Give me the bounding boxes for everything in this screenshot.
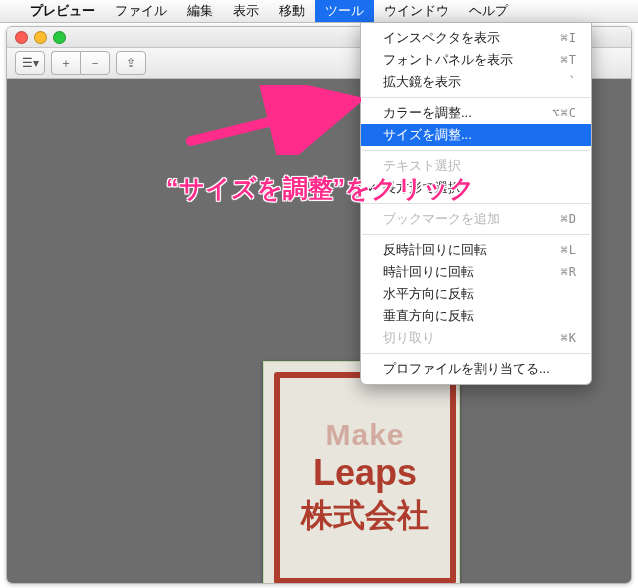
zoom-button[interactable] <box>53 31 66 44</box>
stamp-graphic: Make Leaps 株式会社 <box>274 372 456 584</box>
annotation-caption: “サイズを調整”をクリック <box>166 172 475 205</box>
menu-item-label: 切り取り <box>383 329 435 347</box>
stamp-line1: Make <box>325 418 404 452</box>
close-button[interactable] <box>15 31 28 44</box>
annotation-arrow-icon <box>186 85 361 155</box>
menu-item-label: プロファイルを割り当てる... <box>383 360 550 378</box>
menu-item-shortcut: ⌥⌘C <box>552 106 577 120</box>
minimize-button[interactable] <box>34 31 47 44</box>
menu-item-shortcut: ⌘D <box>561 212 577 226</box>
zoom-out-button[interactable]: － <box>80 51 110 75</box>
menu-separator <box>362 353 590 354</box>
menu-item[interactable]: 垂直方向に反転 <box>361 305 591 327</box>
menu-item[interactable]: サイズを調整... <box>361 124 591 146</box>
zoom-segment: ＋ － <box>51 51 110 75</box>
menubar[interactable]: プレビュー ファイル 編集 表示 移動 ツール ウインドウ ヘルプ <box>0 0 638 23</box>
menu-item-shortcut: ⌘I <box>561 31 577 45</box>
menu-item-label: 反時計回りに回転 <box>383 241 487 259</box>
menu-item-label: 水平方向に反転 <box>383 285 474 303</box>
menu-item[interactable]: カラーを調整...⌥⌘C <box>361 102 591 124</box>
menu-item: 切り取り⌘K <box>361 327 591 349</box>
svg-line-0 <box>191 103 346 141</box>
menu-view[interactable]: 表示 <box>223 0 269 22</box>
zoom-in-button[interactable]: ＋ <box>51 51 80 75</box>
menu-item[interactable]: 時計回りに回転⌘R <box>361 261 591 283</box>
menu-item[interactable]: 反時計回りに回転⌘L <box>361 239 591 261</box>
menu-item-label: カラーを調整... <box>383 104 472 122</box>
menu-item-label: インスペクタを表示 <box>383 29 500 47</box>
image-preview[interactable]: Make Leaps 株式会社 <box>263 361 460 584</box>
menu-go[interactable]: 移動 <box>269 0 315 22</box>
menu-item-shortcut: ` <box>569 75 577 89</box>
menu-item-label: ブックマークを追加 <box>383 210 500 228</box>
stamp-line2: Leaps <box>313 452 417 494</box>
menu-item-shortcut: ⌘K <box>561 331 577 345</box>
menu-tools[interactable]: ツール <box>315 0 374 22</box>
menu-item[interactable]: インスペクタを表示⌘I <box>361 27 591 49</box>
menu-app[interactable]: プレビュー <box>20 0 105 22</box>
view-mode-button[interactable]: ☰▾ <box>15 51 45 75</box>
menu-item[interactable]: 拡大鏡を表示` <box>361 71 591 93</box>
menu-edit[interactable]: 編集 <box>177 0 223 22</box>
menu-help[interactable]: ヘルプ <box>459 0 518 22</box>
stamp-line3: 株式会社 <box>301 494 429 538</box>
menu-item-label: 時計回りに回転 <box>383 263 474 281</box>
menu-separator <box>362 97 590 98</box>
menu-item-label: 拡大鏡を表示 <box>383 73 461 91</box>
menu-item-shortcut: ⌘L <box>561 243 577 257</box>
menu-item[interactable]: プロファイルを割り当てる... <box>361 358 591 380</box>
menu-file[interactable]: ファイル <box>105 0 177 22</box>
share-button[interactable]: ⇪ <box>116 51 146 75</box>
menu-item-shortcut: ⌘T <box>561 53 577 67</box>
menu-item-label: 垂直方向に反転 <box>383 307 474 325</box>
menu-item-shortcut: ⌘R <box>561 265 577 279</box>
menu-separator <box>362 234 590 235</box>
menu-item: ブックマークを追加⌘D <box>361 208 591 230</box>
menu-item-label: サイズを調整... <box>383 126 472 144</box>
menu-item-label: フォントパネルを表示 <box>383 51 513 69</box>
menu-item[interactable]: フォントパネルを表示⌘T <box>361 49 591 71</box>
menu-separator <box>362 150 590 151</box>
menu-window[interactable]: ウインドウ <box>374 0 459 22</box>
menu-item[interactable]: 水平方向に反転 <box>361 283 591 305</box>
